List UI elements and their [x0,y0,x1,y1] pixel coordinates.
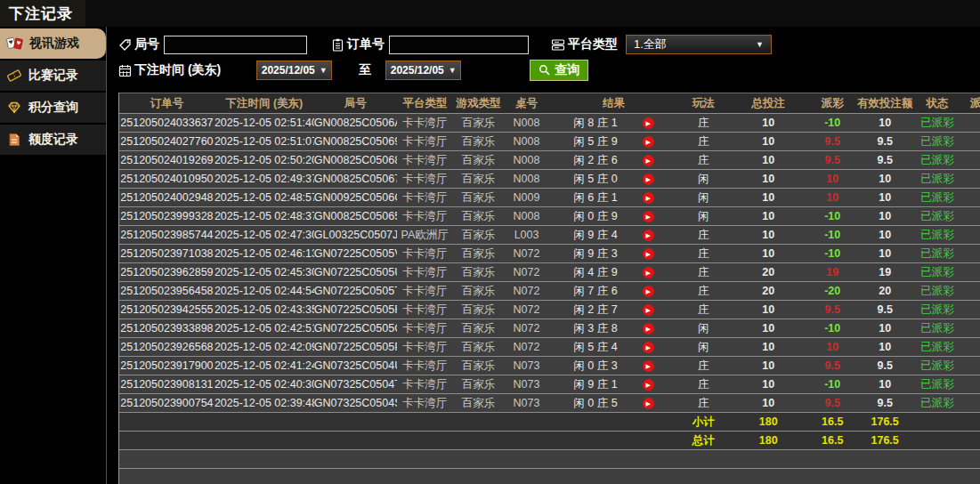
cell-valid: 10 [856,191,913,204]
cell-time: 2025-12-05 02:43:35 [215,303,314,316]
cell-payout: -20 [808,285,856,297]
cell-bet: 10 [728,117,808,129]
search-button[interactable]: 查询 [530,60,588,81]
cell-valid: 10 [856,210,913,222]
cell-round: GN07225C0505U [314,266,397,278]
video-play-icon[interactable]: ▶ [643,323,654,335]
cell-game: 百家乐 [453,396,505,411]
cell-play: 庄 [678,359,728,374]
order-input[interactable] [389,36,529,54]
cell-table: N072 [505,341,549,353]
sidebar-item-quota-records[interactable]: 额度记录 [0,125,106,155]
cell-result: 闲 0 庄 3 ▶ [549,359,679,374]
video-play-icon[interactable]: ▶ [643,267,654,278]
cell-round: GN07225C0505P [314,341,397,353]
cell-platform: 卡卡湾厅 [397,246,453,262]
date-from-picker[interactable]: 2025/12/05 ▼ [256,60,332,80]
cell-platform: 卡卡湾厅 [397,172,453,187]
cell-valid: 10 [856,341,913,353]
cell-bet: 10 [728,135,808,148]
video-play-icon[interactable]: ▶ [643,117,654,129]
cell-valid: 9.5 [856,154,913,166]
video-play-icon[interactable]: ▶ [643,136,654,148]
cell-order: 251205023926568 [119,341,215,353]
result-text: 闲 2 庄 6 [573,153,617,168]
chevron-down-icon: ▼ [756,40,764,49]
video-play-icon[interactable]: ▶ [643,304,654,316]
cell-platform: 卡卡湾厅 [397,396,453,411]
table-row: 251205024033637 2025-12-05 02:51:40 GN00… [119,114,980,133]
sidebar-item-video-games[interactable]: 视讯游戏 [0,28,106,59]
video-play-icon[interactable]: ▶ [643,155,654,166]
cell-bet: 10 [728,210,808,222]
table-row: 251205023926568 2025-12-05 02:42:09 GN07… [119,338,980,357]
cell-payout: 9.5 [808,359,856,372]
summary-row: 小计 180 16.5 176.5 [119,413,980,432]
sidebar-item-match-records[interactable]: 比赛记录 [0,60,106,91]
titlebar: 下注记录 [0,0,980,27]
video-play-icon[interactable]: ▶ [643,192,654,204]
cell-play: 闲 [678,209,728,224]
cell-table: N008 [505,173,549,185]
round-input[interactable] [164,36,307,54]
cell-platform: 卡卡湾厅 [397,134,453,149]
cell-valid: 10 [856,322,913,335]
cell-bet: 10 [728,397,808,409]
cell-round: GN07325C0504U [314,359,397,372]
cell-result: 闲 9 庄 4 ▶ [549,228,679,243]
cell-bet: 10 [728,341,808,353]
cell-round: GN07325C0504T [314,378,397,391]
cell-order: 251205023908131 [119,378,215,391]
video-play-icon[interactable]: ▶ [643,398,654,409]
sidebar-item-label: 视讯游戏 [29,36,79,52]
cell-status: 已派彩 [913,209,961,224]
cell-play: 闲 [678,321,728,336]
bet-time-label: 下注时间 (美东) [134,62,221,78]
cell-status: 已派彩 [913,265,961,280]
cell-result: 闲 5 庄 0 ▶ [549,172,679,187]
cell-status: 已派彩 [913,396,961,411]
sidebar-item-points-query[interactable]: 积分查询 [0,93,106,123]
cell-time: 2025-12-05 02:39:48 [215,397,314,409]
cell-play: 庄 [678,116,728,131]
page-title: 下注记录 [9,4,73,24]
video-play-icon[interactable]: ▶ [643,286,654,297]
video-play-icon[interactable]: ▶ [643,360,654,372]
video-play-icon[interactable]: ▶ [643,379,654,391]
video-play-icon[interactable]: ▶ [643,248,654,260]
video-play-icon[interactable]: ▶ [643,173,654,185]
date-to-picker[interactable]: 2025/12/05 ▼ [385,60,461,80]
video-play-icon[interactable]: ▶ [643,230,654,241]
cell-payout: 19 [808,266,856,278]
cell-platform: 卡卡湾厅 [397,153,453,168]
cell-payout: -10 [808,378,856,391]
cell-play: 庄 [678,228,728,243]
cell-status: 已派彩 [913,321,961,336]
platform-icon [551,38,565,52]
result-text: 闲 4 庄 9 [573,265,617,280]
cell-time: 2025-12-05 02:46:13 [215,247,314,260]
cell-order: 251205024033637 [119,117,215,129]
sidebar-item-label: 比赛记录 [28,68,78,84]
sidebar-item-label: 积分查询 [28,100,78,116]
cell-game: 百家乐 [453,228,505,243]
order-label: 订单号 [347,36,385,52]
platform-select[interactable]: 1.全部 ▼ [626,35,772,54]
cell-round: GN07325C0504S [314,397,397,409]
cell-result: 闲 5 庄 9 ▶ [549,134,679,149]
chevron-down-icon: ▼ [320,66,328,75]
table-row: 251205023971038 2025-12-05 02:46:13 GN07… [119,245,980,263]
col-header-order: 订单号 [119,96,215,111]
cell-order: 251205024019269 [119,154,215,166]
cell-order: 251205023900754 [119,397,215,409]
summary-row: 总计 180 16.5 176.5 [119,432,980,450]
col-header-result: 结果 [549,96,679,111]
video-play-icon[interactable]: ▶ [643,342,654,353]
video-play-icon[interactable]: ▶ [643,211,654,222]
cell-valid: 10 [856,378,913,391]
cell-table: N072 [505,247,549,260]
cell-valid: 9.5 [856,397,913,409]
cell-platform: 卡卡湾厅 [397,377,453,392]
cell-round: GN00825C05069 [314,135,397,148]
cell-play: 庄 [678,153,728,168]
